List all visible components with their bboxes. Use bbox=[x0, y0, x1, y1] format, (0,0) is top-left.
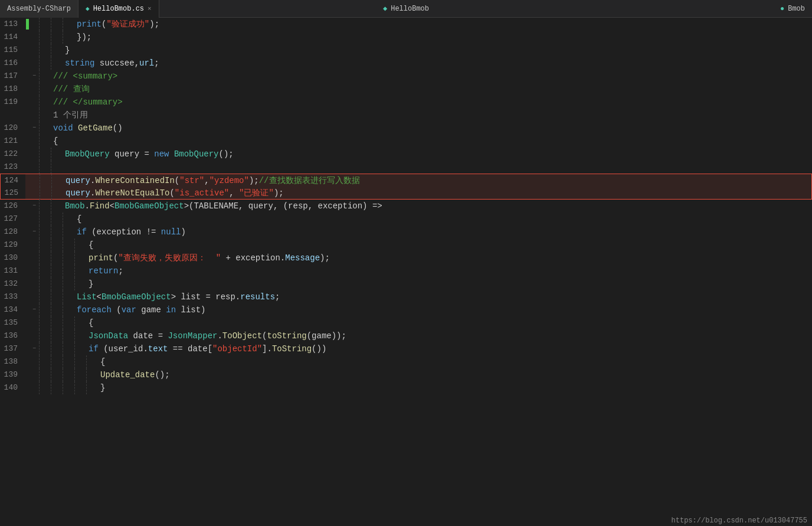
collapse-button[interactable] bbox=[30, 200, 39, 213]
line-number: 133 bbox=[0, 290, 25, 303]
indent-guide bbox=[39, 135, 51, 148]
collapse-button bbox=[30, 148, 39, 161]
indent-guide bbox=[51, 187, 63, 200]
indent-guide bbox=[51, 57, 63, 70]
line-indicator bbox=[25, 44, 30, 57]
code-content: { bbox=[51, 135, 812, 148]
code-line: 127{ bbox=[0, 213, 812, 226]
indent-guide bbox=[51, 44, 63, 57]
indent-guide bbox=[63, 290, 74, 303]
line-number: 130 bbox=[0, 251, 25, 264]
collapse-button bbox=[30, 368, 39, 381]
line-number: 124 bbox=[1, 174, 25, 187]
code-line: 113print("验证成功"); bbox=[0, 18, 812, 31]
code-line: 120void GetGame() bbox=[0, 122, 812, 135]
code-line: 140} bbox=[0, 381, 812, 394]
indent-guide bbox=[39, 31, 51, 44]
indent-guide bbox=[74, 239, 86, 251]
indent-guide bbox=[40, 187, 51, 200]
indent-guide bbox=[86, 355, 98, 368]
indent-guide bbox=[51, 316, 63, 329]
collapse-button bbox=[30, 96, 39, 109]
indent-guide bbox=[63, 264, 74, 277]
code-content: print("查询失败，失败原因： " + exception.Message)… bbox=[86, 251, 812, 264]
status-bar: https://blog.csdn.net/u013047755 bbox=[667, 515, 812, 526]
collapse-button bbox=[30, 316, 39, 329]
indent-guide bbox=[39, 18, 51, 31]
code-content: 1 个引用 bbox=[51, 109, 812, 122]
code-content: string succsee,url; bbox=[63, 57, 812, 70]
indent-guide bbox=[74, 368, 86, 381]
indent-guide bbox=[63, 31, 74, 44]
line-indicator bbox=[25, 277, 30, 290]
line-number: 137 bbox=[0, 342, 25, 355]
line-number: 116 bbox=[0, 57, 25, 70]
indent-guide bbox=[51, 264, 63, 277]
line-indicator bbox=[25, 368, 30, 381]
line-indicator bbox=[25, 251, 30, 264]
tab-area: Assembly-CSharp ◆ HelloBmob.cs × bbox=[0, 0, 159, 18]
indent-guide bbox=[63, 277, 74, 290]
indent-guide bbox=[51, 213, 63, 226]
line-number: 118 bbox=[0, 83, 25, 96]
line-number: 117 bbox=[0, 70, 25, 83]
collapse-button[interactable] bbox=[30, 342, 39, 355]
indent-guide bbox=[74, 316, 86, 329]
collapse-button[interactable] bbox=[30, 303, 39, 316]
code-content: JsonData date = JsonMapper.ToObject(toSt… bbox=[86, 329, 812, 342]
indent-guide bbox=[39, 70, 51, 83]
indent-guide bbox=[39, 200, 51, 213]
line-indicator bbox=[25, 355, 30, 368]
indent-guide bbox=[51, 290, 63, 303]
collapse-button bbox=[30, 264, 39, 277]
code-line: 139Update_date(); bbox=[0, 368, 812, 381]
center-title: HelloBmob bbox=[391, 5, 429, 13]
title-right: ● Bmob bbox=[780, 5, 805, 13]
code-content: /// 查询 bbox=[51, 83, 812, 96]
assembly-tab[interactable]: Assembly-CSharp bbox=[0, 0, 78, 18]
code-line: 116string succsee,url; bbox=[0, 57, 812, 70]
code-content bbox=[63, 161, 812, 174]
line-number: 125 bbox=[1, 187, 25, 199]
indent-guide bbox=[39, 342, 51, 355]
line-indicator bbox=[25, 226, 30, 239]
line-indicator bbox=[25, 174, 30, 187]
file-tab[interactable]: ◆ HelloBmob.cs × bbox=[78, 0, 159, 18]
line-indicator bbox=[25, 290, 30, 303]
line-indicator bbox=[25, 83, 30, 96]
indent-guide bbox=[86, 381, 98, 394]
indent-guide bbox=[39, 239, 51, 251]
indent-guide bbox=[51, 277, 63, 290]
collapse-button bbox=[30, 251, 39, 264]
code-line: 132} bbox=[0, 277, 812, 290]
indent-guide bbox=[74, 381, 86, 394]
line-indicator bbox=[25, 161, 30, 174]
code-line: 134foreach (var game in list) bbox=[0, 303, 812, 316]
indent-guide bbox=[39, 122, 51, 135]
code-area[interactable]: 113print("验证成功");114});115}116string suc… bbox=[0, 18, 812, 513]
collapse-button[interactable] bbox=[30, 226, 39, 239]
collapse-button[interactable] bbox=[30, 122, 39, 135]
line-indicator bbox=[25, 96, 30, 109]
line-number: 135 bbox=[0, 316, 25, 329]
line-indicator bbox=[25, 31, 30, 44]
indent-guide bbox=[63, 251, 74, 264]
line-number: 140 bbox=[0, 381, 25, 394]
editor-container: 113print("验证成功");114});115}116string suc… bbox=[0, 18, 812, 513]
indent-guide bbox=[51, 161, 63, 174]
indent-guide bbox=[63, 316, 74, 329]
code-line: 115} bbox=[0, 44, 812, 57]
title-bar: Assembly-CSharp ◆ HelloBmob.cs × ◆ Hello… bbox=[0, 0, 812, 18]
collapse-button bbox=[30, 109, 39, 122]
code-content: Bmob.Find<BmobGameObject>(TABLENAME, que… bbox=[63, 200, 812, 213]
indent-guide bbox=[39, 303, 51, 316]
indent-guide bbox=[63, 18, 74, 31]
tab-close-icon[interactable]: × bbox=[148, 5, 152, 12]
line-number: 139 bbox=[0, 368, 25, 381]
indent-guide bbox=[74, 277, 86, 290]
line-number: 115 bbox=[0, 44, 25, 57]
indent-guide bbox=[39, 83, 51, 96]
collapse-button[interactable] bbox=[30, 70, 39, 83]
collapse-button bbox=[30, 329, 39, 342]
line-indicator bbox=[25, 187, 30, 199]
